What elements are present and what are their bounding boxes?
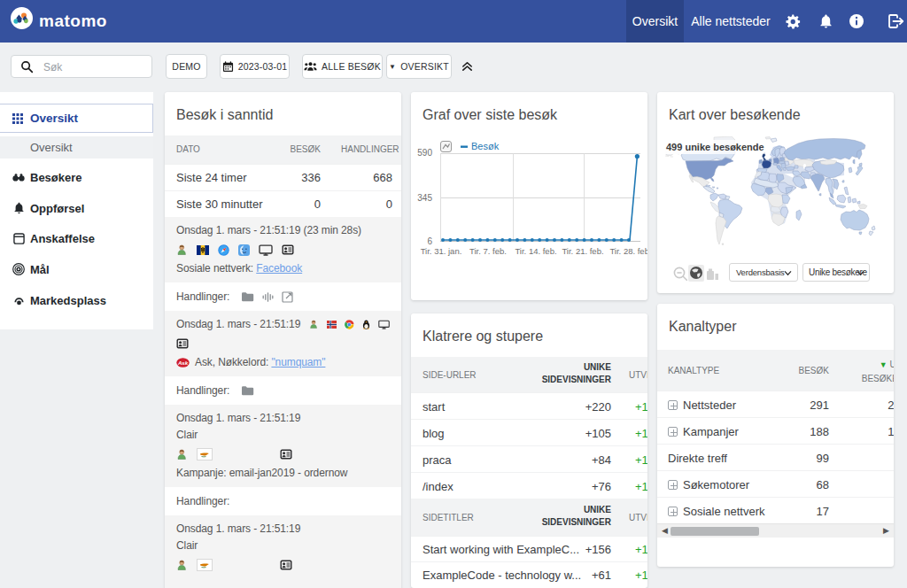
svg-text:345: 345 bbox=[417, 193, 432, 203]
svg-text:6: 6 bbox=[427, 236, 432, 246]
svg-text:Tir. 21. feb.: Tir. 21. feb. bbox=[562, 246, 603, 256]
svg-text:590: 590 bbox=[417, 148, 432, 158]
svg-text:Tir. 28. feb.: Tir. 28. feb. bbox=[609, 246, 647, 256]
svg-text:Tir. 14. feb.: Tir. 14. feb. bbox=[515, 246, 556, 256]
svg-text:Tir. 31. jan.: Tir. 31. jan. bbox=[421, 246, 462, 256]
svg-text:Ask: Ask bbox=[177, 360, 189, 366]
svg-text:Besøk: Besøk bbox=[471, 141, 500, 151]
svg-text:Tir. 7. feb.: Tir. 7. feb. bbox=[469, 246, 507, 256]
